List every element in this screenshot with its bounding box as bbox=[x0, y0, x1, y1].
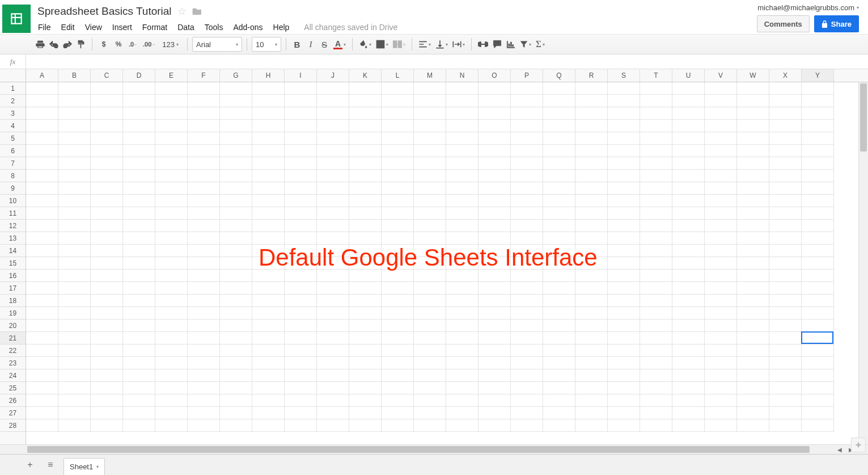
col-header-X[interactable]: X bbox=[769, 69, 802, 82]
row-header-12[interactable]: 12 bbox=[0, 220, 26, 232]
row-header-23[interactable]: 23 bbox=[0, 357, 26, 369]
row-header-20[interactable]: 20 bbox=[0, 320, 26, 332]
increase-decimals-button[interactable]: .00→ bbox=[141, 37, 157, 52]
scroll-left-icon[interactable]: ◀ bbox=[834, 445, 845, 454]
row-header-10[interactable]: 10 bbox=[0, 195, 26, 207]
menu-help[interactable]: Help bbox=[273, 23, 290, 32]
col-header-B[interactable]: B bbox=[58, 69, 91, 82]
more-formats-button[interactable]: 123▾ bbox=[158, 37, 183, 52]
row-header-14[interactable]: 14 bbox=[0, 245, 26, 257]
undo-icon[interactable] bbox=[48, 37, 60, 52]
row-header-13[interactable]: 13 bbox=[0, 232, 26, 245]
col-header-Q[interactable]: Q bbox=[543, 69, 575, 82]
menu-file[interactable]: File bbox=[38, 23, 51, 32]
filter-icon[interactable]: ▾ bbox=[518, 37, 533, 52]
row-header-9[interactable]: 9 bbox=[0, 182, 26, 195]
col-header-F[interactable]: F bbox=[188, 69, 220, 82]
link-icon[interactable] bbox=[476, 37, 490, 52]
col-header-G[interactable]: G bbox=[220, 69, 252, 82]
decrease-decimals-button[interactable]: .0← bbox=[126, 37, 140, 52]
col-header-R[interactable]: R bbox=[575, 69, 608, 82]
star-icon[interactable]: ☆ bbox=[177, 5, 187, 18]
row-header-7[interactable]: 7 bbox=[0, 157, 26, 170]
row-header-15[interactable]: 15 bbox=[0, 257, 26, 270]
col-header-K[interactable]: K bbox=[349, 69, 382, 82]
row-header-16[interactable]: 16 bbox=[0, 270, 26, 282]
paint-format-icon[interactable] bbox=[75, 37, 87, 52]
col-header-L[interactable]: L bbox=[382, 69, 414, 82]
row-header-19[interactable]: 19 bbox=[0, 307, 26, 320]
row-header-17[interactable]: 17 bbox=[0, 282, 26, 295]
v-scroll-thumb[interactable] bbox=[860, 83, 867, 152]
row-header-6[interactable]: 6 bbox=[0, 145, 26, 157]
col-header-W[interactable]: W bbox=[737, 69, 769, 82]
col-header-T[interactable]: T bbox=[640, 69, 672, 82]
font-size-dropdown[interactable]: 10▾ bbox=[252, 37, 281, 52]
row-header-11[interactable]: 11 bbox=[0, 207, 26, 220]
col-header-S[interactable]: S bbox=[608, 69, 640, 82]
row-header-3[interactable]: 3 bbox=[0, 107, 26, 120]
functions-icon[interactable]: Σ▾ bbox=[534, 37, 547, 52]
share-button[interactable]: Share bbox=[814, 15, 859, 32]
row-header-2[interactable]: 2 bbox=[0, 95, 26, 107]
col-header-M[interactable]: M bbox=[414, 69, 446, 82]
font-dropdown[interactable]: Arial▾ bbox=[192, 37, 242, 52]
col-header-E[interactable]: E bbox=[155, 69, 188, 82]
folder-icon[interactable] bbox=[192, 6, 202, 18]
app-logo[interactable] bbox=[2, 5, 31, 33]
user-account[interactable]: michael@michaelgrubbs.com▾ bbox=[757, 3, 859, 12]
bold-button[interactable]: B bbox=[291, 37, 303, 52]
percent-button[interactable]: % bbox=[112, 37, 125, 52]
doc-title[interactable]: Spreadsheet Basics Tutorial bbox=[37, 5, 172, 18]
col-header-O[interactable]: O bbox=[479, 69, 511, 82]
menu-data[interactable]: Data bbox=[177, 23, 194, 32]
menu-format[interactable]: Format bbox=[142, 23, 167, 32]
row-header-21[interactable]: 21 bbox=[0, 332, 26, 344]
comments-button[interactable]: Comments bbox=[757, 15, 810, 32]
row-header-22[interactable]: 22 bbox=[0, 344, 26, 357]
cells-area[interactable]: Default Google Sheets Interface bbox=[26, 82, 868, 444]
row-header-24[interactable]: 24 bbox=[0, 369, 26, 382]
wrap-button[interactable]: ▾ bbox=[451, 37, 467, 52]
col-header-V[interactable]: V bbox=[705, 69, 737, 82]
row-header-27[interactable]: 27 bbox=[0, 407, 26, 419]
col-header-U[interactable]: U bbox=[672, 69, 705, 82]
row-header-8[interactable]: 8 bbox=[0, 170, 26, 182]
row-header-25[interactable]: 25 bbox=[0, 382, 26, 394]
comment-icon[interactable] bbox=[491, 37, 503, 52]
menu-insert[interactable]: Insert bbox=[112, 23, 132, 32]
chart-icon[interactable] bbox=[505, 37, 517, 52]
row-header-1[interactable]: 1 bbox=[0, 82, 26, 95]
h-align-button[interactable]: ▾ bbox=[417, 37, 433, 52]
add-sheet-button[interactable]: + bbox=[23, 457, 37, 472]
explore-button[interactable] bbox=[851, 438, 866, 452]
row-header-5[interactable]: 5 bbox=[0, 132, 26, 145]
merge-cells-button[interactable]: ▾ bbox=[391, 37, 407, 52]
menu-tools[interactable]: Tools bbox=[205, 23, 223, 32]
col-header-N[interactable]: N bbox=[446, 69, 479, 82]
fill-color-button[interactable]: ▾ bbox=[357, 37, 373, 52]
redo-icon[interactable] bbox=[61, 37, 74, 52]
menu-view[interactable]: View bbox=[85, 23, 102, 32]
v-align-button[interactable]: ▾ bbox=[434, 37, 450, 52]
col-header-I[interactable]: I bbox=[285, 69, 317, 82]
vertical-scrollbar[interactable]: ▲ ▼ bbox=[858, 82, 868, 444]
horizontal-scrollbar[interactable]: ◀ ▶ bbox=[0, 444, 868, 454]
borders-button[interactable]: ▾ bbox=[374, 37, 390, 52]
text-color-button[interactable]: A▾ bbox=[332, 37, 348, 52]
col-header-A[interactable]: A bbox=[26, 69, 58, 82]
menu-edit[interactable]: Edit bbox=[61, 23, 75, 32]
all-sheets-button[interactable]: ≡ bbox=[43, 457, 58, 472]
col-header-H[interactable]: H bbox=[252, 69, 285, 82]
row-header-4[interactable]: 4 bbox=[0, 120, 26, 132]
italic-button[interactable]: I bbox=[304, 37, 317, 52]
currency-button[interactable]: $ bbox=[97, 37, 111, 52]
print-icon[interactable] bbox=[34, 37, 46, 52]
row-header-18[interactable]: 18 bbox=[0, 295, 26, 307]
col-header-C[interactable]: C bbox=[91, 69, 123, 82]
col-header-Y[interactable]: Y bbox=[802, 69, 834, 82]
strikethrough-button[interactable]: S bbox=[318, 37, 331, 52]
menu-addons[interactable]: Add-ons bbox=[233, 23, 262, 32]
col-header-D[interactable]: D bbox=[123, 69, 155, 82]
row-header-26[interactable]: 26 bbox=[0, 394, 26, 407]
